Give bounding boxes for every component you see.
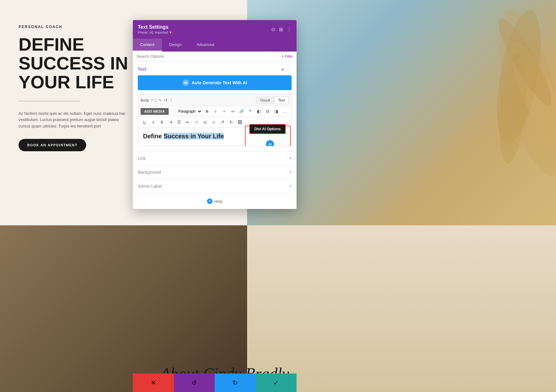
- search-bar: + Filter: [133, 52, 297, 61]
- settings-icon[interactable]: ⊙: [271, 27, 275, 32]
- divi-ai-tooltip[interactable]: Divi AI Options: [249, 124, 286, 134]
- align-center-icon[interactable]: ⊟: [263, 107, 272, 115]
- more-icon[interactable]: ⋮: [287, 27, 292, 32]
- help-button[interactable]: ? Help: [207, 198, 223, 204]
- add-media-button[interactable]: ADD MEDIA: [141, 108, 169, 115]
- fullscreen-icon[interactable]: ⤢: [192, 118, 200, 126]
- modal-title: Text Settings: [138, 24, 172, 30]
- divider-line: [19, 101, 80, 101]
- cancel-button[interactable]: ✕: [133, 373, 174, 392]
- divi-ai-bottom-icons: AI ~: [266, 140, 284, 146]
- visual-text-toggle: Visual Text: [256, 97, 289, 104]
- modal-tabs: Content Design Advanced: [133, 39, 297, 52]
- divi-ai-format-icon[interactable]: ~: [276, 140, 284, 146]
- background-section[interactable]: Background ▾: [133, 165, 297, 179]
- personal-coach-label: PERSONAL COACH: [19, 25, 130, 29]
- modal-body: Text ▲ ⋮ AI Auto Generate Text With AI B…: [133, 61, 297, 151]
- editor-text: Define Success in Your Life: [143, 133, 224, 140]
- search-input[interactable]: [137, 54, 281, 59]
- toolbar-undo-icon[interactable]: ↺: [164, 98, 167, 103]
- editor-text-selected: Success in Your Life: [164, 133, 224, 140]
- modal-header-left: Text Settings Preset: H1 imported ▼: [138, 24, 172, 34]
- admin-label-section[interactable]: Admin Label ▾: [133, 179, 297, 193]
- background-label: Background: [138, 170, 161, 175]
- outdent-icon[interactable]: ⇤: [184, 118, 192, 126]
- toolbar-top: Body ? □ ↖ ↺ ⋮ Visual Text: [138, 95, 291, 106]
- special-char-icon[interactable]: Ω: [201, 118, 209, 126]
- modal-header-icons: ⊙ ⊞ ⋮: [271, 27, 292, 32]
- hero-title: DEFINE SUCCESS IN YOUR LIFE: [19, 35, 130, 92]
- toolbar-body-label: Body: [141, 98, 149, 102]
- bottom-action-bar: ✕ ↺ ↻ ✓: [133, 373, 297, 392]
- redo-button[interactable]: ↻: [215, 373, 256, 392]
- link-chevron: ▾: [290, 156, 292, 161]
- link-section[interactable]: Link ▾: [133, 151, 297, 165]
- section-icons: ▲ ⋮: [280, 66, 292, 72]
- toolbar-question-icon[interactable]: ?: [151, 98, 153, 103]
- quote-icon[interactable]: ❝: [246, 107, 254, 115]
- admin-label-text: Admin Label: [138, 184, 162, 189]
- ai-generate-button[interactable]: AI Auto Generate Text With AI: [138, 75, 292, 90]
- paragraph-select[interactable]: Paragraph: [175, 107, 202, 115]
- filter-button[interactable]: + Filter: [281, 54, 293, 59]
- editor-text-normal: Define: [143, 133, 164, 140]
- undo-button[interactable]: ↺: [174, 373, 215, 392]
- more-toolbar-icon[interactable]: …: [281, 107, 289, 115]
- toolbar-mobile-icon[interactable]: □: [154, 98, 157, 103]
- modal-header: Text Settings Preset: H1 imported ▼ ⊙ ⊞ …: [133, 20, 297, 39]
- modal-preset[interactable]: Preset: H1 imported ▼: [138, 31, 172, 34]
- divi-ai-circle-icon[interactable]: AI: [266, 140, 274, 146]
- indent-icon[interactable]: ⇥: [166, 118, 175, 126]
- link-icon[interactable]: 🔗: [238, 107, 246, 115]
- layout-icon[interactable]: ⊞: [279, 27, 283, 32]
- save-button[interactable]: ✓: [256, 373, 297, 392]
- section-header: Text ▲ ⋮: [138, 66, 292, 72]
- tab-design[interactable]: Design: [162, 39, 189, 52]
- bold-icon[interactable]: B: [203, 107, 211, 115]
- editor-toolbar: Body ? □ ↖ ↺ ⋮ Visual Text ADD MEDIA Par…: [138, 94, 292, 146]
- help-label: Help: [214, 199, 223, 204]
- collapse-icon[interactable]: ▲: [280, 67, 285, 72]
- help-section: ? Help: [133, 193, 297, 209]
- toolbar-cursor-icon[interactable]: ↖: [159, 98, 162, 103]
- body-text: Ac facilisis morbi quis ac dis nullam. E…: [19, 111, 130, 130]
- align-left-icon[interactable]: ◧: [255, 107, 263, 115]
- background-chevron: ▾: [290, 170, 292, 175]
- link-label: Link: [138, 156, 146, 161]
- tab-content[interactable]: Content: [133, 39, 162, 52]
- ai-generate-label: Auto Generate Text With AI: [192, 80, 247, 85]
- ai-icon: AI: [182, 79, 189, 86]
- visual-button[interactable]: Visual: [256, 97, 274, 104]
- text-button[interactable]: Text: [274, 97, 289, 104]
- emoji-icon[interactable]: ☺: [210, 118, 218, 126]
- more-section-icon[interactable]: ⋮: [287, 66, 292, 72]
- editor-content-area[interactable]: Define Success in Your Life Divi AI Opti…: [138, 127, 291, 146]
- align-justify-icon[interactable]: ☰: [175, 118, 183, 126]
- help-circle-icon: ?: [207, 198, 213, 204]
- underline-icon[interactable]: U: [141, 118, 149, 126]
- align-right-icon[interactable]: ◨: [272, 107, 280, 115]
- bg-right-bottom: [247, 225, 556, 392]
- tab-advanced[interactable]: Advanced: [189, 39, 222, 52]
- undo2-icon[interactable]: ↺: [218, 118, 226, 126]
- font-color-icon[interactable]: A: [149, 118, 157, 126]
- toolbar-more-icon[interactable]: ⋮: [169, 98, 173, 103]
- left-content: PERSONAL COACH DEFINE SUCCESS IN YOUR LI…: [19, 25, 130, 151]
- book-appointment-button[interactable]: BOOK AN APPOINTMENT: [19, 139, 86, 151]
- ordered-list-icon[interactable]: ≔: [229, 107, 237, 115]
- grass-decoration: [432, 0, 556, 185]
- admin-chevron: ▾: [290, 184, 292, 189]
- section-title: Text: [138, 67, 146, 72]
- redo2-icon[interactable]: ↻: [227, 118, 235, 126]
- text-settings-panel: Text Settings Preset: H1 imported ▼ ⊙ ⊞ …: [133, 20, 297, 209]
- italic-icon[interactable]: I: [212, 107, 220, 115]
- strikethrough-icon[interactable]: S̶: [158, 118, 166, 126]
- image-remove-icon[interactable]: 🖼: [236, 118, 244, 126]
- unordered-list-icon[interactable]: ≡: [220, 107, 228, 115]
- toolbar-row-media: ADD MEDIA Paragraph B I ≡ ≔ 🔗 ❝ ◧ ⊟ ◨ …: [138, 106, 291, 117]
